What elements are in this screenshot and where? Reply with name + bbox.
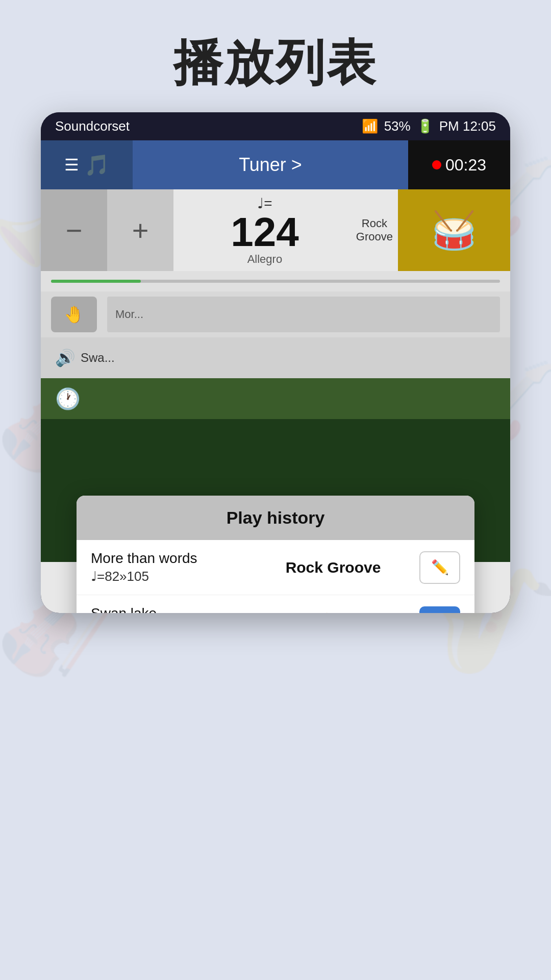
hand-icon: 🤚 — [315, 612, 338, 614]
drum-icon: 🥁 — [431, 209, 477, 252]
page-title: 播放列表 — [0, 0, 551, 117]
item-name: Swan lake — [91, 605, 247, 613]
volume-text: Swa... — [81, 351, 115, 365]
timer-display: 00:23 — [408, 140, 510, 189]
volume-icon: 🔊 — [55, 348, 76, 368]
hamburger-icon: ☰ — [64, 155, 79, 175]
battery-icon: 🔋 — [417, 118, 433, 134]
item-bpm: ♩=82»105 — [91, 569, 247, 584]
play-area[interactable]: Play history More than words♩=82»105Rock… — [41, 419, 510, 562]
style-line2: Groove — [356, 230, 393, 243]
bpm-minus-button[interactable]: − — [41, 189, 107, 271]
dialog-title: Play history — [227, 508, 325, 527]
history-icon-row: 🕐 — [41, 378, 510, 419]
info-text: Mor... — [115, 308, 143, 321]
phone-frame: Soundcorset 📶 53% 🔋 PM 12:05 ☰ 🎵 Tuner >… — [41, 112, 510, 613]
item-name: More than words — [91, 550, 247, 567]
top-nav: ☰ 🎵 Tuner > 00:23 — [41, 140, 510, 189]
history-item[interactable]: More than words♩=82»105Rock Groove✏️ — [77, 540, 474, 595]
play-history-dialog: Play history More than words♩=82»105Rock… — [77, 496, 474, 613]
tuner-button[interactable]: Tuner > — [133, 140, 408, 189]
dialog-overlay: Play history More than words♩=82»105Rock… — [41, 419, 510, 562]
slider-row[interactable] — [41, 271, 510, 291]
history-item[interactable]: Swan lake♩=87🤚4✏️ — [77, 595, 474, 613]
drum-icon-box[interactable]: 🥁 — [398, 189, 510, 271]
edit-button[interactable]: ✏️ — [419, 551, 460, 584]
rec-dot — [432, 160, 441, 169]
slider-fill — [51, 280, 141, 283]
app-name: Soundcorset — [55, 118, 130, 134]
edit-button[interactable]: ✏️ — [419, 606, 460, 614]
music-note-icon: 🎵 — [84, 153, 110, 177]
status-bar: Soundcorset 📶 53% 🔋 PM 12:05 — [41, 112, 510, 140]
bpm-plus-button[interactable]: + — [107, 189, 173, 271]
bpm-row: − + ♩= 124 Allegro Rock Groove 🥁 — [41, 189, 510, 271]
item-center: 🤚4 — [255, 612, 411, 614]
dialog-body: More than words♩=82»105Rock Groove✏️Swan… — [77, 540, 474, 613]
volume-row: 🔊 Swa... — [41, 337, 510, 378]
style-line1: Rock — [362, 217, 387, 230]
signal-icon: 📶 — [362, 118, 378, 134]
timer-value: 00:23 — [445, 156, 486, 175]
menu-button[interactable]: ☰ 🎵 — [41, 140, 133, 189]
history-icon: 🕐 — [55, 387, 81, 411]
tempo-label: Allegro — [247, 253, 282, 266]
item-info: More than words♩=82»105 — [91, 550, 247, 584]
slider-track[interactable] — [51, 280, 500, 283]
tuner-label: Tuner > — [239, 154, 302, 176]
time-display: PM 12:05 — [439, 118, 496, 134]
bpm-style: Rock Groove — [356, 189, 393, 271]
bpm-display: ♩= 124 Allegro — [173, 189, 356, 271]
side-controls: 🤚 Mor... — [41, 291, 510, 337]
bpm-value: 124 — [231, 212, 298, 253]
dialog-header: Play history — [77, 496, 474, 540]
pencil-icon: ✏️ — [431, 559, 449, 576]
battery-percent: 53% — [384, 118, 411, 134]
item-info: Swan lake♩=87 — [91, 605, 247, 613]
item-center: Rock Groove — [255, 559, 411, 576]
hand-button[interactable]: 🤚 — [51, 297, 97, 332]
more-info: Mor... — [107, 297, 500, 332]
style-label: Rock Groove — [286, 559, 381, 576]
